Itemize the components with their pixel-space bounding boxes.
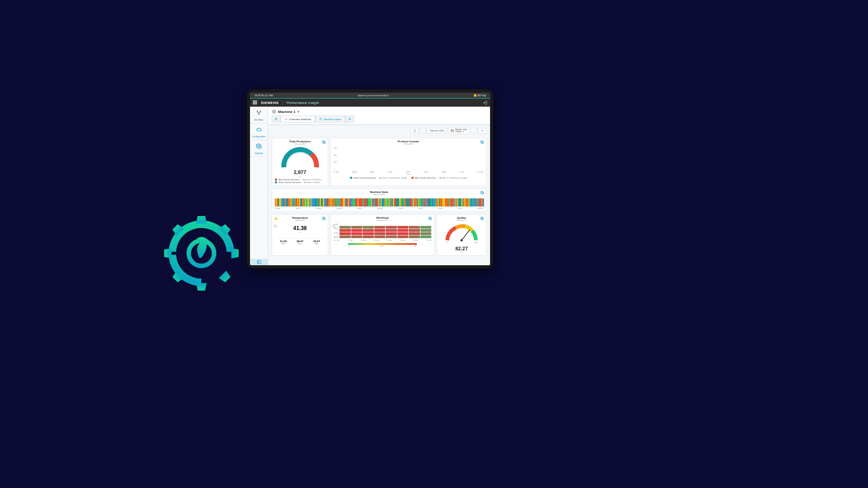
card-temperature: Temperature 2021-02-09 41.38 °C 41.35MIN… bbox=[272, 214, 328, 256]
bars-x-label: Time bbox=[334, 173, 483, 175]
export-icon[interactable] bbox=[480, 216, 484, 221]
sidebar-item-settings[interactable]: Settings bbox=[250, 140, 268, 157]
svg-rect-18 bbox=[323, 141, 325, 143]
svg-rect-11 bbox=[276, 118, 277, 119]
collapse-axis-icon[interactable] bbox=[274, 224, 278, 227]
svg-point-6 bbox=[258, 145, 259, 147]
heat-x-axis: 31. Jan1. Feb2. Feb3. Feb4. Feb5. Feb6. … bbox=[334, 239, 431, 241]
temperature-stats: 41.35MIN 38.97AVG 43.67MAX bbox=[275, 238, 325, 245]
temperature-value: 41.38 bbox=[275, 225, 325, 231]
brand-logo: SIEMENS bbox=[261, 101, 279, 105]
sidebar-label-my-plant: My Plant bbox=[250, 118, 268, 121]
performance-insight-app-icon bbox=[164, 216, 239, 291]
quality-gauge: 0 100 bbox=[440, 221, 483, 244]
svg-text:0: 0 bbox=[447, 241, 448, 244]
statusbar-battery: 📶 100 % ▮ bbox=[474, 94, 486, 97]
card-subtitle: February 2021 bbox=[275, 193, 483, 196]
machine-state-strip bbox=[275, 198, 483, 206]
svg-rect-27 bbox=[429, 218, 432, 220]
tab-machine-state-label: Machine State bbox=[324, 118, 341, 121]
svg-rect-20 bbox=[481, 141, 483, 143]
period-label[interactable]: February 2021 bbox=[427, 128, 447, 133]
breadcrumb-row: Machine 1 ▾ bbox=[268, 107, 490, 116]
svg-rect-22 bbox=[481, 192, 483, 194]
card-product-counter: Product Counter 2021-02-09 7505002500 9.… bbox=[330, 138, 486, 186]
tab-bar: Overview Machine Machine State bbox=[268, 116, 490, 125]
svg-point-17 bbox=[482, 130, 483, 131]
sidebar-collapse-button[interactable] bbox=[250, 259, 268, 265]
export-icon[interactable] bbox=[480, 140, 484, 144]
production-value: 2,877 bbox=[294, 169, 307, 175]
next-period-button[interactable]: › bbox=[471, 128, 477, 133]
tab-machine-state[interactable]: Machine State bbox=[315, 116, 345, 122]
export-icon[interactable] bbox=[480, 191, 484, 195]
export-icon[interactable] bbox=[322, 140, 326, 144]
bars-y-axis: 7505002500 bbox=[334, 145, 338, 170]
quality-value: 82.27 bbox=[440, 246, 483, 251]
svg-point-3 bbox=[257, 111, 258, 112]
quality-unit: % bbox=[440, 251, 483, 253]
app-header: SIEMENS Performance Insight bbox=[250, 98, 490, 107]
svg-point-30 bbox=[461, 239, 463, 241]
export-icon[interactable] bbox=[428, 216, 432, 221]
export-icon[interactable] bbox=[322, 216, 326, 221]
app-title: Performance Insight bbox=[283, 101, 319, 105]
svg-rect-29 bbox=[481, 218, 484, 220]
tab-grid[interactable] bbox=[272, 116, 280, 122]
temperature-unit: °C bbox=[275, 231, 325, 234]
card-total-production: Total Production February 2021 2,877 pcs… bbox=[272, 138, 328, 186]
statusbar-time: 10:03 Thu 11. Feb bbox=[255, 94, 273, 97]
refresh-button[interactable] bbox=[410, 128, 419, 134]
main-content: Machine 1 ▾ Overview Machine Machine Sta… bbox=[268, 107, 490, 265]
strip-x-axis: 01.Feb00:1001.Feb02.Feb08:4304.Feb12:001… bbox=[275, 207, 483, 210]
card-workload: Workload February 2021 24:0018:0012:0006… bbox=[330, 214, 434, 256]
sidebar-label-configuration: Configuration bbox=[250, 135, 268, 138]
svg-rect-7 bbox=[257, 261, 261, 264]
sidebar-item-my-plant[interactable]: My Plant bbox=[250, 107, 268, 123]
svg-rect-13 bbox=[276, 119, 277, 120]
sidebar-label-settings: Settings bbox=[250, 152, 268, 155]
svg-rect-12 bbox=[275, 119, 276, 120]
svg-rect-26 bbox=[429, 217, 431, 220]
svg-rect-24 bbox=[323, 217, 325, 220]
svg-point-5 bbox=[258, 114, 259, 115]
logout-icon[interactable] bbox=[482, 100, 487, 105]
card-subtitle: February 2021 bbox=[275, 143, 325, 145]
svg-point-8 bbox=[274, 111, 275, 113]
tab-overview-machine[interactable]: Overview Machine bbox=[280, 116, 315, 122]
heat-scale: 020.531 bbox=[348, 245, 416, 247]
breadcrumb-caret-icon[interactable]: ▾ bbox=[297, 110, 299, 114]
svg-rect-21 bbox=[481, 141, 484, 144]
range-picker[interactable]: Range: Day Offset: 0 bbox=[448, 127, 470, 134]
breadcrumb-label[interactable]: Machine 1 bbox=[278, 110, 296, 114]
counter-legend: Good_Counter (Counter) - Machine 1 / Per… bbox=[334, 177, 483, 179]
dashboard-grid: Total Production February 2021 2,877 pcs… bbox=[268, 136, 490, 265]
sidebar-item-configuration[interactable]: Configuration bbox=[250, 123, 268, 140]
production-legend: Bad_Counter (Counter) - Machine 1 / Perf… bbox=[275, 178, 325, 183]
svg-rect-10 bbox=[275, 118, 276, 119]
dashboard-settings-button[interactable] bbox=[478, 128, 486, 134]
svg-rect-19 bbox=[323, 141, 326, 144]
ios-status-bar: 10:03 Thu 11. Feb digidemo.performancein… bbox=[250, 93, 490, 98]
svg-rect-25 bbox=[323, 218, 326, 220]
statusbar-url: digidemo.performanceinsight.io bbox=[273, 94, 474, 97]
tab-overview-label: Overview Machine bbox=[289, 118, 311, 121]
collapse-axis-icon[interactable] bbox=[333, 224, 336, 227]
production-gauge bbox=[280, 147, 321, 169]
card-subtitle: February 2021 bbox=[334, 219, 431, 221]
product-counter-bars bbox=[338, 149, 483, 170]
svg-point-4 bbox=[260, 111, 261, 112]
sidebar: My Plant Configuration Settings bbox=[250, 107, 268, 265]
time-range-toolbar: ‹ February 2021 Range: Day Offset: 0 › bbox=[268, 125, 490, 136]
tab-add[interactable] bbox=[345, 116, 354, 122]
svg-rect-28 bbox=[481, 217, 483, 220]
production-unit: pcs bbox=[298, 175, 301, 177]
app-switcher-icon[interactable] bbox=[253, 100, 257, 105]
tablet-frame: 10:03 Thu 11. Feb digidemo.performancein… bbox=[247, 89, 493, 268]
card-machine-state: Machine State February 2021 01.Feb00:100… bbox=[272, 188, 486, 212]
prev-period-button[interactable]: ‹ bbox=[420, 128, 426, 133]
svg-rect-16 bbox=[451, 130, 453, 132]
card-subtitle: 2021-02-09 bbox=[275, 219, 325, 221]
tablet-screen: 10:03 Thu 11. Feb digidemo.performancein… bbox=[250, 93, 490, 265]
svg-rect-23 bbox=[481, 192, 484, 194]
